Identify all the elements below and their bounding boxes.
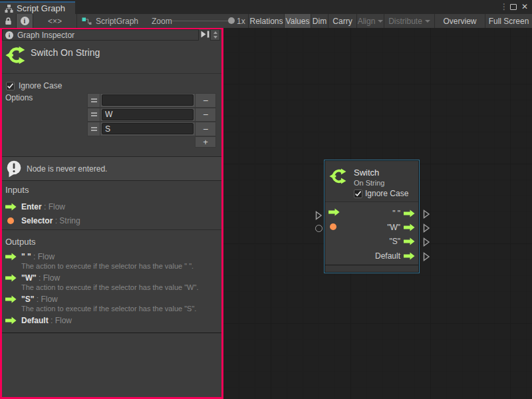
align-button[interactable]: Align (356, 14, 384, 28)
unit-title: Switch On String (31, 47, 100, 58)
option-value-input[interactable] (102, 123, 194, 134)
drag-handle[interactable] (87, 108, 100, 122)
up-arrow-icon (213, 31, 217, 34)
node-port-row[interactable]: "W" (325, 220, 418, 234)
inspector-title: Graph Inspector (17, 31, 74, 40)
graph-name-label: ScriptGraph (96, 17, 138, 26)
flow-output-connector-icon[interactable] (423, 209, 430, 219)
dim-button[interactable]: Dim (311, 14, 328, 28)
option-value-input[interactable] (102, 94, 194, 106)
dock-icon[interactable] (201, 31, 209, 38)
inputs-header: Inputs (5, 185, 29, 195)
port-type: : Flow (34, 295, 57, 304)
checkbox-icon (6, 82, 15, 90)
port-label: "S" (389, 237, 400, 246)
output-port-space: " " : Flow (21, 252, 55, 261)
switch-icon (5, 45, 25, 66)
carry-button[interactable]: Carry (328, 14, 356, 28)
flow-output-connector-icon[interactable] (423, 252, 430, 261)
graph-breadcrumb[interactable]: ScriptGraph (82, 14, 138, 28)
flow-input-connector-icon[interactable] (315, 211, 323, 220)
node-port-row[interactable]: Default (325, 249, 418, 263)
relations-button[interactable]: Relations (248, 14, 284, 28)
zoom-label: Zoom (152, 14, 172, 28)
toolbar-separator (76, 14, 77, 28)
switch-icon (329, 167, 346, 186)
zoom-slider-handle[interactable] (228, 17, 235, 24)
zoom-slider-track[interactable] (172, 21, 231, 21)
remove-option-button[interactable]: − (195, 122, 216, 136)
port-name: "S" (21, 295, 34, 304)
option-row: − (87, 93, 216, 108)
value-input-connector-icon[interactable] (315, 225, 323, 232)
node-title: Switch (354, 168, 379, 178)
port-name: Enter (21, 202, 42, 211)
port-label: " " (392, 209, 400, 218)
port-description: The action to execute if the selector ha… (21, 283, 198, 291)
output-port-default: Default : Flow (21, 316, 72, 325)
option-row: − (87, 108, 216, 122)
flow-port-icon (404, 237, 415, 245)
remove-option-button[interactable]: − (195, 108, 216, 122)
flow-input-port-icon[interactable] (329, 208, 340, 216)
port-description: The action to execute if the selector ha… (21, 262, 194, 270)
options-list: − − − + (87, 93, 216, 148)
node-footer (325, 265, 418, 272)
lock-icon (5, 17, 12, 25)
ignore-case-checkbox[interactable]: Ignore Case (6, 81, 62, 90)
node-ignore-case-checkbox[interactable]: Ignore Case (354, 189, 408, 198)
overview-button[interactable]: Overview (434, 14, 485, 28)
window-menu-icon[interactable]: ⋮ (500, 2, 508, 11)
window-maximize-icon[interactable] (510, 4, 517, 10)
port-label: "W" (387, 223, 400, 232)
option-value-input[interactable] (102, 109, 194, 120)
tab-script-graph[interactable]: Script Graph (0, 1, 75, 14)
flow-port-icon (5, 203, 17, 211)
inspector-title-bar[interactable]: i Graph Inspector (2, 29, 199, 41)
graph-inspector-panel: i Graph Inspector Switch On String Ignor… (0, 28, 223, 399)
scroll-down-button[interactable] (211, 35, 219, 41)
warning-text: Node is never entered. (27, 164, 107, 174)
input-port-selector: Selector : String (21, 216, 80, 225)
options-label: Options (5, 93, 33, 102)
value-input-port-icon[interactable] (330, 223, 336, 230)
flow-output-connector-icon[interactable] (423, 223, 430, 233)
drag-handle-icon (91, 127, 97, 131)
node-port-row[interactable]: "S" (325, 235, 418, 249)
flow-port-icon (404, 223, 415, 231)
flow-port-icon (404, 252, 415, 260)
flow-port-icon (5, 317, 17, 325)
drag-handle[interactable] (87, 122, 100, 136)
node-checkbox-label: Ignore Case (365, 189, 408, 198)
graph-tab-icon (5, 5, 13, 13)
warning-bubble-icon (5, 160, 22, 178)
full-screen-button[interactable]: Full Screen (485, 14, 532, 28)
drag-handle[interactable] (87, 93, 100, 108)
info-icon: i (21, 17, 29, 25)
window-close-icon[interactable]: ✕ (521, 2, 528, 11)
port-description: The action to execute if the selector ha… (21, 305, 196, 313)
outputs-header: Outputs (5, 237, 36, 247)
remove-option-button[interactable]: − (195, 93, 216, 108)
ignore-case-label: Ignore Case (19, 81, 62, 90)
info-icon: i (5, 31, 13, 39)
drag-handle-icon (91, 112, 97, 116)
port-type: : Flow (42, 202, 65, 211)
dropdown-arrow-icon (378, 20, 383, 23)
inspector-toggle-button[interactable]: i (17, 14, 33, 28)
tab-label: Script Graph (17, 3, 65, 13)
scroll-up-button[interactable] (211, 30, 219, 35)
flow-port-icon (5, 274, 17, 282)
distribute-button[interactable]: Distribute (384, 14, 434, 28)
code-view-button[interactable]: <×> (33, 14, 76, 28)
flow-output-connector-icon[interactable] (423, 237, 430, 247)
warning-box: Node is never entered. (1, 156, 222, 181)
lock-button[interactable] (0, 14, 16, 28)
switch-on-string-node[interactable]: Switch On String Ignore Case " " "W" (324, 160, 420, 273)
port-name: " " (21, 252, 31, 261)
toolbar-separator (16, 14, 17, 28)
values-button[interactable]: Values (284, 14, 311, 28)
node-header[interactable]: Switch On String Ignore Case (325, 161, 418, 202)
script-graph-icon (82, 17, 92, 25)
add-option-button[interactable]: + (195, 136, 216, 148)
